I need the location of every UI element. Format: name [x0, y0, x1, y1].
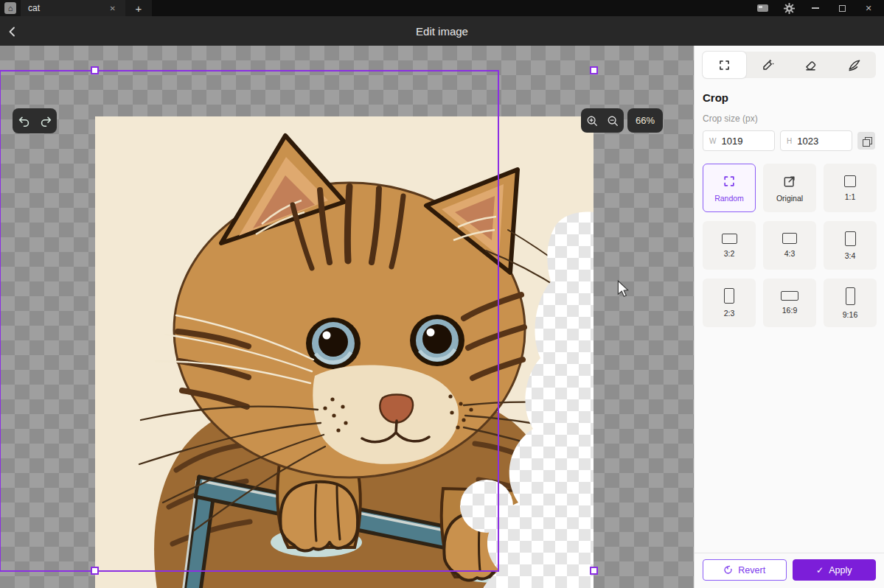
- crop-size-fields: W H: [703, 130, 876, 151]
- ratio-tile-random[interactable]: Random: [703, 164, 756, 212]
- home-icon: ⌂: [4, 2, 16, 14]
- magic-edit-icon: [761, 58, 775, 72]
- ratio-1-1-icon: [844, 175, 856, 187]
- tool-draw-button[interactable]: [832, 52, 876, 78]
- ratio-label: 3:4: [845, 251, 856, 260]
- new-tab-button[interactable]: +: [125, 0, 152, 16]
- original-size-icon: [782, 174, 797, 189]
- redo-icon: [40, 116, 52, 127]
- ratio-tile-2-3[interactable]: 2:3: [703, 279, 756, 327]
- ratio-label: 16:9: [782, 306, 797, 315]
- panel-toggle-button[interactable]: [756, 1, 769, 15]
- redo-button[interactable]: [36, 111, 55, 131]
- crop-handle-bottom-left[interactable]: [91, 567, 99, 575]
- ratio-tile-3-2[interactable]: 3:2: [703, 221, 756, 270]
- tool-eraser-button[interactable]: [790, 52, 833, 78]
- height-input[interactable]: [797, 136, 846, 147]
- ratio-label: 3:2: [724, 249, 735, 258]
- ratio-tile-16-9[interactable]: 16:9: [763, 279, 816, 327]
- ratio-label: 4:3: [784, 249, 796, 258]
- close-window-button[interactable]: ✕: [862, 1, 875, 15]
- ratio-tile-9-16[interactable]: 9:16: [824, 279, 877, 327]
- close-tab-icon[interactable]: ✕: [108, 3, 118, 14]
- ratio-label: 2:3: [724, 309, 735, 318]
- ratio-tile-4-3[interactable]: 4:3: [763, 221, 816, 270]
- ratio-label: Original: [776, 194, 803, 203]
- tool-crop-button[interactable]: [703, 52, 746, 78]
- ratio-label: 9:16: [843, 310, 857, 319]
- eraser-icon: [804, 58, 818, 72]
- panel-icon: [757, 4, 768, 12]
- undo-icon: [18, 116, 30, 127]
- crop-handle-top-left[interactable]: [91, 66, 99, 74]
- width-prefix: W: [709, 137, 716, 145]
- zoom-in-button[interactable]: [582, 111, 602, 131]
- panel-footer: Revert ✓ Apply: [695, 553, 884, 588]
- draw-icon: [847, 58, 861, 72]
- height-field[interactable]: H: [780, 130, 852, 151]
- swap-icon: [863, 137, 871, 145]
- tab-cat[interactable]: cat ✕: [21, 0, 125, 16]
- crop-handle-top-right[interactable]: [590, 66, 598, 74]
- ratio-label: 1:1: [845, 192, 856, 201]
- zoom-out-icon: [607, 115, 619, 127]
- ratio-tile-1-1[interactable]: 1:1: [824, 164, 877, 212]
- check-icon: ✓: [816, 565, 824, 575]
- ratio-label: Random: [714, 194, 744, 203]
- maximize-button[interactable]: [835, 1, 849, 15]
- revert-icon: [723, 565, 733, 575]
- ratio-3-2-icon: [722, 234, 737, 244]
- header-bar: Edit image: [0, 16, 884, 46]
- crop-handle-bottom-right[interactable]: [590, 567, 598, 575]
- minimize-icon: [812, 7, 819, 9]
- crop-icon: [717, 58, 731, 72]
- page-title: Edit image: [0, 16, 694, 46]
- history-toolbar: [13, 108, 57, 133]
- gear-icon: [784, 3, 795, 14]
- tab-title: cat: [28, 3, 108, 13]
- ratio-2-3-icon: [724, 288, 734, 304]
- crop-selection[interactable]: [0, 70, 499, 572]
- width-input[interactable]: [721, 136, 768, 147]
- section-title-crop: Crop: [703, 91, 876, 104]
- random-crop-icon: [722, 174, 737, 189]
- height-prefix: H: [787, 137, 792, 145]
- ratio-tile-original[interactable]: Original: [763, 164, 816, 212]
- zoom-toolbar: [581, 108, 624, 133]
- revert-button[interactable]: Revert: [703, 559, 787, 581]
- aspect-ratio-grid: Random Original 1:1 3:2 4:3 3:4 2:3: [703, 164, 876, 327]
- width-field[interactable]: W: [703, 130, 775, 151]
- settings-button[interactable]: [782, 1, 796, 15]
- apply-label: Apply: [829, 565, 852, 575]
- plus-icon: +: [136, 2, 142, 15]
- zoom-in-icon: [586, 115, 598, 127]
- apply-button[interactable]: ✓ Apply: [793, 559, 877, 581]
- revert-label: Revert: [738, 565, 765, 575]
- home-button[interactable]: ⌂: [0, 0, 21, 16]
- crop-size-label: Crop size (px): [703, 113, 876, 124]
- minimize-button[interactable]: [809, 1, 822, 15]
- maximize-icon: [839, 5, 846, 12]
- ratio-16-9-icon: [781, 291, 798, 301]
- tool-tabs: [703, 52, 876, 78]
- side-panel: Crop Crop size (px) W H Random Original: [694, 46, 884, 588]
- titlebar-spacer: [152, 0, 756, 16]
- zoom-level-value: 66%: [636, 115, 655, 126]
- ratio-9-16-icon: [846, 287, 855, 305]
- undo-button[interactable]: [14, 111, 33, 131]
- title-bar: ⌂ cat ✕ +: [0, 0, 884, 16]
- ratio-3-4-icon: [845, 231, 856, 246]
- close-icon: ✕: [865, 4, 871, 13]
- tool-magic-edit-button[interactable]: [746, 52, 790, 78]
- swap-dimensions-button[interactable]: [857, 132, 875, 150]
- zoom-out-button[interactable]: [603, 111, 622, 131]
- ratio-4-3-icon: [782, 233, 797, 244]
- zoom-level-badge[interactable]: 66%: [627, 108, 663, 133]
- ratio-tile-3-4[interactable]: 3:4: [824, 221, 877, 270]
